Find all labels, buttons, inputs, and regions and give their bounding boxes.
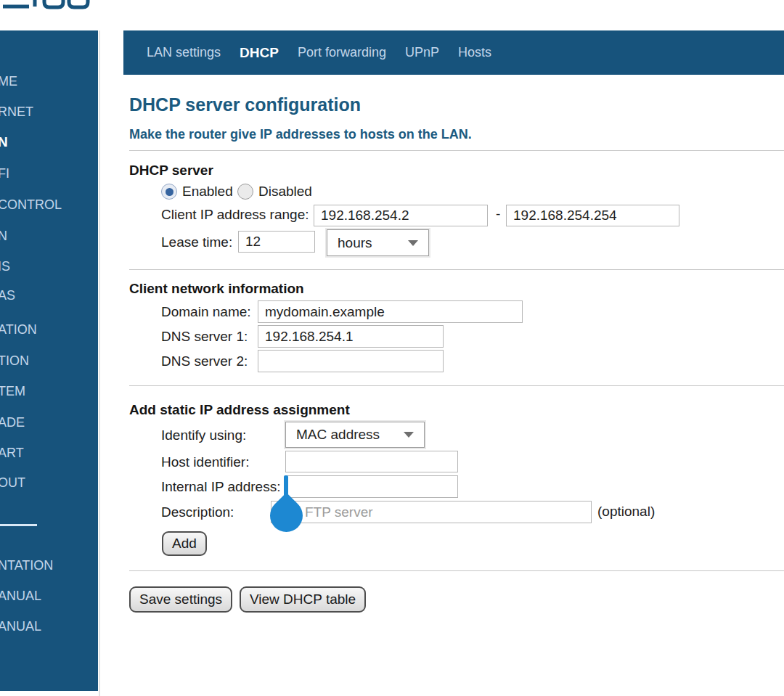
identify-using-value: MAC address (296, 427, 380, 443)
sidebar-item-7[interactable]: AS (0, 287, 15, 303)
client-network-heading: Client network information (129, 281, 304, 297)
lease-unit-value: hours (338, 235, 372, 251)
disabled-radio-label[interactable]: Disabled (258, 184, 312, 200)
radio-selected-dot (166, 188, 173, 196)
sidebar-item-14[interactable]: NTATION (0, 557, 53, 573)
section-tab-bar: LAN settings DHCP Port forwarding UPnP H… (123, 30, 784, 75)
tab-upnp[interactable]: UPnP (405, 45, 439, 60)
sidebar-item-3[interactable]: FI (0, 165, 9, 181)
brand-logo[interactable] (1, 0, 96, 10)
identify-using-label: Identify using: (161, 427, 246, 443)
dhcp-server-heading: DHCP server (129, 163, 213, 179)
sidebar-item-active[interactable]: N (0, 134, 8, 150)
dns-server-2-input[interactable] (258, 350, 444, 372)
dns-server-1-label: DNS server 1: (161, 329, 248, 345)
dns-server-2-label: DNS server 2: (161, 353, 248, 369)
sidebar-item-4[interactable]: CONTROL (0, 197, 62, 213)
chevron-down-icon (404, 432, 414, 438)
sidebar-item-11[interactable]: ADE (0, 414, 25, 430)
optional-note: (optional) (597, 504, 655, 520)
lease-time-label: Lease time: (161, 234, 232, 250)
identify-using-select[interactable]: MAC address (285, 422, 425, 448)
description-label: Description: (161, 504, 234, 520)
internal-ip-input[interactable] (285, 475, 458, 498)
sidebar-edge-line (99, 30, 100, 696)
section-divider (129, 150, 784, 151)
ip-range-separator: - (496, 206, 500, 222)
sidebar-item-5[interactable]: N (0, 228, 7, 244)
client-ip-range-label: Client IP address range: (161, 207, 309, 223)
page-subtitle: Make the router give IP addresses to hos… (129, 127, 472, 142)
sidebar-item-8[interactable]: ATION (0, 322, 37, 337)
sidebar-item-9[interactable]: TION (0, 353, 29, 369)
section-divider (129, 269, 784, 270)
sidebar-item-0[interactable]: ME (0, 73, 17, 89)
tab-hosts[interactable]: Hosts (458, 45, 491, 60)
static-ip-heading: Add static IP address assignment (129, 402, 350, 418)
section-divider (129, 385, 784, 386)
sidebar-item-15[interactable]: ANUAL (0, 588, 41, 604)
sidebar: ME RNET N FI CONTROL N IS AS ATION TION … (0, 30, 98, 691)
lease-time-input[interactable] (238, 231, 315, 253)
section-divider (129, 570, 784, 571)
sidebar-item-12[interactable]: ART (0, 445, 24, 461)
sidebar-item-1[interactable]: RNET (0, 104, 33, 120)
save-settings-button[interactable]: Save settings (129, 586, 232, 613)
brand-logo-glyphs (1, 0, 96, 10)
enabled-radio-label[interactable]: Enabled (182, 184, 233, 200)
page-title: DHCP server configuration (129, 94, 361, 115)
lease-unit-select[interactable]: hours (327, 229, 429, 256)
tab-lan-settings[interactable]: LAN settings (147, 45, 221, 60)
router-admin-screen: ME RNET N FI CONTROL N IS AS ATION TION … (0, 0, 784, 696)
host-identifier-label: Host identifier: (161, 454, 249, 470)
description-input[interactable] (271, 501, 592, 523)
domain-name-label: Domain name: (161, 304, 251, 320)
domain-name-input[interactable] (258, 300, 523, 323)
ip-range-start-input[interactable] (314, 205, 488, 226)
disabled-radio[interactable] (237, 184, 253, 200)
internal-ip-label: Internal IP address: (161, 479, 280, 495)
view-dhcp-table-button[interactable]: View DHCP table (240, 586, 366, 613)
sidebar-item-6[interactable]: IS (0, 258, 10, 274)
sidebar-group-divider (0, 524, 37, 526)
sidebar-item-13[interactable]: OUT (0, 475, 25, 491)
sidebar-item-10[interactable]: TEM (0, 383, 25, 399)
enabled-radio[interactable] (161, 184, 177, 200)
sidebar-item-16[interactable]: ANUAL (0, 618, 41, 634)
dns-server-1-input[interactable] (258, 325, 444, 348)
add-button[interactable]: Add (162, 531, 207, 556)
ip-range-end-input[interactable] (506, 205, 679, 226)
tab-port-forwarding[interactable]: Port forwarding (298, 45, 386, 60)
host-identifier-input[interactable] (285, 451, 458, 472)
chevron-down-icon (408, 240, 418, 246)
text-cursor-handle[interactable] (264, 493, 310, 539)
tab-dhcp[interactable]: DHCP (240, 45, 279, 61)
